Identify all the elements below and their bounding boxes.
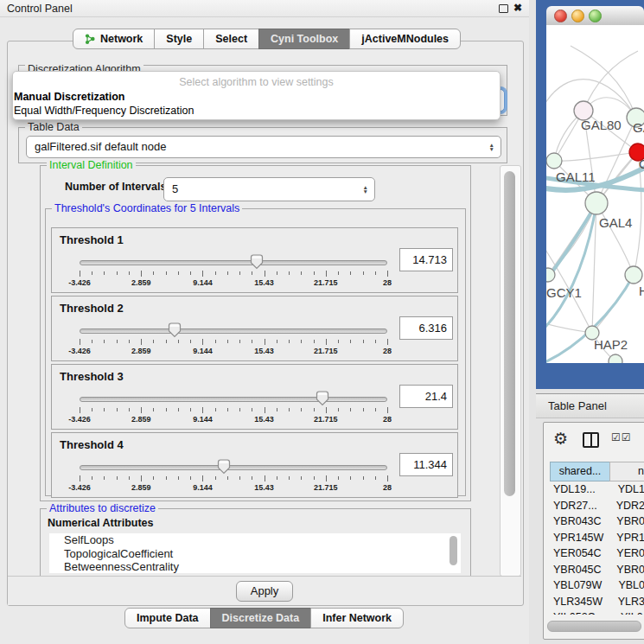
- tick-mark: [375, 476, 376, 480]
- attributes-group-title: Attributes to discretize: [47, 502, 158, 514]
- network-edge[interactable]: [596, 203, 634, 275]
- slider-track[interactable]: [80, 260, 387, 265]
- close-icon[interactable]: ✖: [513, 2, 522, 14]
- settings-scrollbar[interactable]: [500, 165, 521, 577]
- table-row[interactable]: YPR145WYPR1: [550, 532, 644, 548]
- cell-shared-name[interactable]: YER054C: [550, 547, 609, 564]
- table-row[interactable]: YDR27...YDR2: [550, 500, 644, 516]
- tick-mark: [129, 476, 130, 480]
- cell-name[interactable]: YER0: [609, 547, 644, 564]
- network-node-green[interactable]: [546, 153, 562, 169]
- checkbox-columns-icon[interactable]: ☑☑: [611, 431, 632, 443]
- minimize-traffic-light-icon[interactable]: [571, 10, 584, 22]
- tab-select[interactable]: Select: [203, 29, 259, 49]
- node-label-gcy1: GCY1: [546, 285, 582, 300]
- tab-discretize-data[interactable]: Discretize Data: [210, 608, 312, 628]
- attribute-list-item[interactable]: SelfLoops: [49, 533, 461, 547]
- cell-shared-name[interactable]: YDR27...: [550, 500, 609, 516]
- tick-mark: [375, 408, 376, 411]
- menu-item-equal-width-frequency[interactable]: Equal Width/Frequency Discretization: [14, 105, 194, 117]
- scrollbar-thumb[interactable]: [504, 171, 515, 496]
- cell-name[interactable]: YBR0: [609, 564, 644, 580]
- cell-shared-name[interactable]: YBL079W: [550, 579, 611, 596]
- table-row[interactable]: YIL052CYIL0: [550, 611, 644, 615]
- table-row[interactable]: YBL079WYBL0: [550, 579, 644, 596]
- tab-infer-network[interactable]: Infer Network: [310, 608, 404, 628]
- table-horizontal-scrollbar[interactable]: [547, 621, 641, 632]
- list-scrollbar[interactable]: [450, 536, 457, 565]
- gear-icon[interactable]: ⚙: [553, 429, 568, 449]
- menu-item-manual-discretization[interactable]: Manual Discretization: [14, 91, 125, 103]
- cell-name[interactable]: YBL0: [611, 579, 644, 596]
- threshold-value-field[interactable]: 11.344: [399, 453, 453, 476]
- close-traffic-light-icon[interactable]: [554, 10, 567, 22]
- spinner-arrows-icon[interactable]: ▲▼: [363, 185, 368, 194]
- cell-name[interactable]: YBR0: [609, 515, 644, 532]
- threshold-slider[interactable]: -3.4262.8599.14415.4321.71528: [80, 256, 387, 287]
- tab-impute-data[interactable]: Impute Data: [124, 608, 211, 628]
- table-row[interactable]: YBR043CYBR0: [550, 515, 644, 532]
- cell-shared-name[interactable]: YPR145W: [550, 532, 609, 548]
- tab-style[interactable]: Style: [154, 29, 204, 49]
- tick-label: 28: [383, 347, 392, 355]
- tick-mark: [301, 340, 302, 343]
- table-row[interactable]: YDL19...YDL1: [550, 483, 644, 500]
- cell-name[interactable]: YDR2: [609, 500, 644, 516]
- network-node-green[interactable]: [609, 354, 622, 363]
- slider-handle[interactable]: [316, 390, 330, 406]
- cell-shared-name[interactable]: YDL19...: [550, 483, 611, 500]
- threshold-slider[interactable]: -3.4262.8599.14415.4321.71528: [80, 324, 387, 355]
- network-node-green[interactable]: [546, 268, 555, 282]
- column-header-shared-name[interactable]: shared...: [550, 462, 610, 481]
- slider-handle[interactable]: [168, 322, 182, 338]
- tick-mark: [153, 340, 154, 343]
- column-header-name[interactable]: na: [609, 462, 644, 481]
- cell-shared-name[interactable]: YBR045C: [550, 564, 609, 580]
- slider-track[interactable]: [80, 397, 387, 402]
- network-canvas[interactable]: GAL80GACGAL11GAL4GCY1HHAP2: [546, 25, 644, 363]
- cell-name[interactable]: YPR1: [609, 532, 644, 548]
- threshold-value-field[interactable]: 14.713: [399, 248, 453, 271]
- table-row[interactable]: YLR345WYLR3: [550, 596, 644, 612]
- tab-cyni-toolbox[interactable]: Cyni Toolbox: [258, 29, 350, 49]
- cell-shared-name[interactable]: YIL052C: [550, 611, 614, 615]
- spinner-arrows-icon[interactable]: ▲▼: [489, 143, 494, 151]
- threshold-slider[interactable]: -3.4262.8599.14415.4321.71528: [80, 461, 387, 492]
- tab-network[interactable]: Network: [73, 29, 155, 49]
- network-edge[interactable]: [554, 152, 638, 161]
- attribute-list-item[interactable]: TopologicalCoefficient: [49, 547, 461, 561]
- tab-jactivemnodules[interactable]: jActiveMNodules: [349, 29, 461, 49]
- cell-shared-name[interactable]: YBR043C: [550, 515, 609, 532]
- table-data-select[interactable]: galFiltered.sif default node ▲▼: [26, 136, 501, 158]
- numerical-attributes-list[interactable]: SelfLoopsTopologicalCoefficientBetweenne…: [49, 533, 461, 573]
- slider-track[interactable]: [80, 465, 387, 470]
- interval-definition-group: Interval Definition Number of Intervals …: [40, 165, 471, 501]
- apply-button[interactable]: Apply: [236, 581, 293, 602]
- zoom-traffic-light-icon[interactable]: [589, 10, 602, 22]
- thresholds-group-title: Threshold's Coordinates for 5 Intervals: [52, 202, 242, 214]
- tick-label: 21.715: [314, 347, 338, 355]
- network-node-green[interactable]: [585, 192, 608, 214]
- table-row[interactable]: YER054CYER0: [550, 547, 644, 564]
- slider-track[interactable]: [80, 328, 387, 334]
- tick-mark: [104, 340, 105, 343]
- tick-label: 28: [383, 278, 392, 287]
- threshold-value-field[interactable]: 21.4: [399, 385, 453, 408]
- slider-handle[interactable]: [250, 253, 265, 270]
- cell-name[interactable]: YDL1: [611, 483, 644, 500]
- column-layout-icon[interactable]: [583, 432, 599, 448]
- threshold-row-3: Threshold 3-3.4262.8599.14415.4321.71528…: [51, 364, 458, 430]
- number-of-intervals-select[interactable]: 5 ▲▼: [163, 177, 375, 201]
- table-row[interactable]: YBR045CYBR0: [550, 564, 644, 580]
- threshold-value-field[interactable]: 6.316: [399, 316, 453, 340]
- tab-label: jActiveMNodules: [361, 29, 449, 48]
- network-window-titlebar[interactable]: [546, 6, 644, 26]
- float-window-icon[interactable]: [499, 4, 508, 13]
- slider-handle[interactable]: [217, 458, 232, 475]
- cell-name[interactable]: YLR3: [611, 596, 644, 612]
- threshold-slider[interactable]: -3.4262.8599.14415.4321.71528: [80, 392, 387, 424]
- cell-name[interactable]: YIL0: [614, 611, 643, 615]
- attribute-list-item[interactable]: BetweennessCentrality: [49, 560, 461, 573]
- network-node-green[interactable]: [625, 266, 642, 284]
- cell-shared-name[interactable]: YLR345W: [550, 596, 611, 612]
